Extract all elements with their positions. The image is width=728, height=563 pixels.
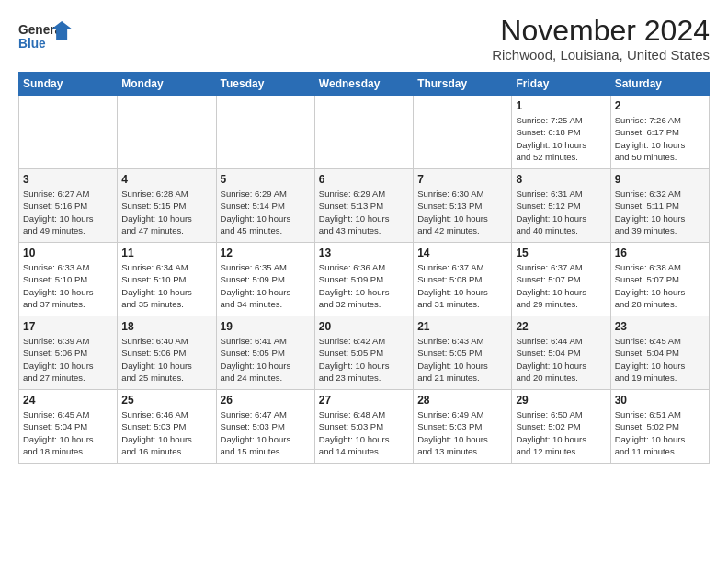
title-block: November 2024 Richwood, Louisiana, Unite… xyxy=(492,15,710,63)
day-number: 23 xyxy=(615,320,705,333)
day-number: 7 xyxy=(417,173,507,186)
calendar-cell-w5-d2: 26Sunrise: 6:47 AMSunset: 5:03 PMDayligh… xyxy=(216,390,314,464)
week-row-5: 24Sunrise: 6:45 AMSunset: 5:04 PMDayligh… xyxy=(19,390,710,464)
day-number: 21 xyxy=(417,320,507,333)
calendar-cell-w2-d3: 6Sunrise: 6:29 AMSunset: 5:13 PMDaylight… xyxy=(314,169,413,243)
calendar-cell-w3-d1: 11Sunrise: 6:34 AMSunset: 5:10 PMDayligh… xyxy=(118,243,216,316)
day-info: Sunrise: 6:37 AMSunset: 5:08 PMDaylight:… xyxy=(417,261,507,310)
day-info: Sunrise: 6:45 AMSunset: 5:04 PMDaylight:… xyxy=(615,335,705,384)
day-number: 6 xyxy=(319,173,409,186)
day-number: 25 xyxy=(121,394,211,407)
day-info: Sunrise: 6:32 AMSunset: 5:11 PMDaylight:… xyxy=(615,188,705,236)
day-number: 15 xyxy=(516,247,606,259)
day-number: 14 xyxy=(417,247,507,259)
day-number: 10 xyxy=(23,247,113,259)
week-row-3: 10Sunrise: 6:33 AMSunset: 5:10 PMDayligh… xyxy=(19,243,710,316)
calendar-cell-w2-d6: 9Sunrise: 6:32 AMSunset: 5:11 PMDaylight… xyxy=(610,169,709,243)
calendar-cell-w1-d5: 1Sunrise: 7:25 AMSunset: 6:18 PMDaylight… xyxy=(512,96,610,169)
day-info: Sunrise: 6:49 AMSunset: 5:03 PMDaylight:… xyxy=(417,408,507,457)
day-info: Sunrise: 6:39 AMSunset: 5:06 PMDaylight:… xyxy=(23,335,113,384)
logo-svg: General Blue xyxy=(18,15,74,61)
day-info: Sunrise: 6:48 AMSunset: 5:03 PMDaylight:… xyxy=(319,408,409,457)
day-info: Sunrise: 6:28 AMSunset: 5:15 PMDaylight:… xyxy=(121,188,211,236)
day-info: Sunrise: 6:41 AMSunset: 5:05 PMDaylight:… xyxy=(221,335,311,384)
day-number: 20 xyxy=(319,320,409,333)
svg-text:Blue: Blue xyxy=(18,37,46,51)
day-number: 16 xyxy=(615,247,705,259)
calendar-cell-w4-d4: 21Sunrise: 6:43 AMSunset: 5:05 PMDayligh… xyxy=(414,316,512,390)
day-info: Sunrise: 6:33 AMSunset: 5:10 PMDaylight:… xyxy=(23,261,113,310)
calendar-cell-w3-d0: 10Sunrise: 6:33 AMSunset: 5:10 PMDayligh… xyxy=(19,243,118,316)
calendar-cell-w5-d5: 29Sunrise: 6:50 AMSunset: 5:02 PMDayligh… xyxy=(512,390,610,464)
day-number: 12 xyxy=(221,247,311,259)
calendar-cell-w2-d1: 4Sunrise: 6:28 AMSunset: 5:15 PMDaylight… xyxy=(118,169,216,243)
day-info: Sunrise: 6:51 AMSunset: 5:02 PMDaylight:… xyxy=(615,408,705,457)
calendar-cell-w5-d3: 27Sunrise: 6:48 AMSunset: 5:03 PMDayligh… xyxy=(314,390,413,464)
calendar-cell-w3-d2: 12Sunrise: 6:35 AMSunset: 5:09 PMDayligh… xyxy=(216,243,314,316)
day-number: 13 xyxy=(319,247,409,259)
day-number: 4 xyxy=(121,173,211,186)
day-number: 1 xyxy=(516,99,606,112)
location-subtitle: Richwood, Louisiana, United States xyxy=(492,47,710,63)
day-info: Sunrise: 6:31 AMSunset: 5:12 PMDaylight:… xyxy=(516,188,606,236)
calendar-table: Sunday Monday Tuesday Wednesday Thursday… xyxy=(18,72,710,464)
day-number: 24 xyxy=(23,394,113,407)
calendar-cell-w5-d1: 25Sunrise: 6:46 AMSunset: 5:03 PMDayligh… xyxy=(118,390,216,464)
page-container: General Blue November 2024 Richwood, Lou… xyxy=(0,0,728,473)
day-info: Sunrise: 6:38 AMSunset: 5:07 PMDaylight:… xyxy=(615,261,705,310)
month-year-title: November 2024 xyxy=(492,15,710,47)
calendar-cell-w1-d0 xyxy=(19,96,118,169)
calendar-cell-w2-d2: 5Sunrise: 6:29 AMSunset: 5:14 PMDaylight… xyxy=(216,169,314,243)
header-saturday: Saturday xyxy=(610,73,709,96)
calendar-cell-w4-d6: 23Sunrise: 6:45 AMSunset: 5:04 PMDayligh… xyxy=(610,316,709,390)
calendar-cell-w4-d0: 17Sunrise: 6:39 AMSunset: 5:06 PMDayligh… xyxy=(19,316,118,390)
day-info: Sunrise: 6:29 AMSunset: 5:14 PMDaylight:… xyxy=(221,188,311,236)
day-number: 9 xyxy=(615,173,705,186)
day-info: Sunrise: 6:36 AMSunset: 5:09 PMDaylight:… xyxy=(319,261,409,310)
page-header: General Blue November 2024 Richwood, Lou… xyxy=(18,15,710,63)
day-number: 22 xyxy=(516,320,606,333)
day-number: 8 xyxy=(516,173,606,186)
calendar-cell-w3-d3: 13Sunrise: 6:36 AMSunset: 5:09 PMDayligh… xyxy=(314,243,413,316)
header-friday: Friday xyxy=(512,73,610,96)
day-number: 5 xyxy=(221,173,311,186)
calendar-cell-w2-d4: 7Sunrise: 6:30 AMSunset: 5:13 PMDaylight… xyxy=(414,169,512,243)
day-info: Sunrise: 6:37 AMSunset: 5:07 PMDaylight:… xyxy=(516,261,606,310)
header-wednesday: Wednesday xyxy=(314,73,413,96)
calendar-cell-w1-d4 xyxy=(414,96,512,169)
day-number: 27 xyxy=(319,394,409,407)
day-info: Sunrise: 6:34 AMSunset: 5:10 PMDaylight:… xyxy=(121,261,211,310)
calendar-cell-w4-d2: 19Sunrise: 6:41 AMSunset: 5:05 PMDayligh… xyxy=(216,316,314,390)
calendar-cell-w3-d6: 16Sunrise: 6:38 AMSunset: 5:07 PMDayligh… xyxy=(610,243,709,316)
header-monday: Monday xyxy=(118,73,216,96)
day-number: 3 xyxy=(23,173,113,186)
header-sunday: Sunday xyxy=(19,73,118,96)
calendar-cell-w5-d0: 24Sunrise: 6:45 AMSunset: 5:04 PMDayligh… xyxy=(19,390,118,464)
day-info: Sunrise: 6:46 AMSunset: 5:03 PMDaylight:… xyxy=(121,408,211,457)
header-thursday: Thursday xyxy=(414,73,512,96)
calendar-cell-w1-d2 xyxy=(216,96,314,169)
day-number: 26 xyxy=(221,394,311,407)
day-info: Sunrise: 6:35 AMSunset: 5:09 PMDaylight:… xyxy=(221,261,311,310)
day-number: 17 xyxy=(23,320,113,333)
day-number: 2 xyxy=(615,99,705,112)
calendar-cell-w4-d1: 18Sunrise: 6:40 AMSunset: 5:06 PMDayligh… xyxy=(118,316,216,390)
day-number: 29 xyxy=(516,394,606,407)
day-info: Sunrise: 6:29 AMSunset: 5:13 PMDaylight:… xyxy=(319,188,409,236)
calendar-cell-w5-d4: 28Sunrise: 6:49 AMSunset: 5:03 PMDayligh… xyxy=(414,390,512,464)
calendar-cell-w4-d5: 22Sunrise: 6:44 AMSunset: 5:04 PMDayligh… xyxy=(512,316,610,390)
day-info: Sunrise: 7:25 AMSunset: 6:18 PMDaylight:… xyxy=(516,114,606,163)
week-row-1: 1Sunrise: 7:25 AMSunset: 6:18 PMDaylight… xyxy=(19,96,710,169)
day-info: Sunrise: 6:40 AMSunset: 5:06 PMDaylight:… xyxy=(121,335,211,384)
day-number: 28 xyxy=(417,394,507,407)
header-tuesday: Tuesday xyxy=(216,73,314,96)
week-row-4: 17Sunrise: 6:39 AMSunset: 5:06 PMDayligh… xyxy=(19,316,710,390)
calendar-cell-w3-d5: 15Sunrise: 6:37 AMSunset: 5:07 PMDayligh… xyxy=(512,243,610,316)
week-row-2: 3Sunrise: 6:27 AMSunset: 5:16 PMDaylight… xyxy=(19,169,710,243)
calendar-cell-w1-d1 xyxy=(118,96,216,169)
calendar-cell-w4-d3: 20Sunrise: 6:42 AMSunset: 5:05 PMDayligh… xyxy=(314,316,413,390)
day-info: Sunrise: 6:44 AMSunset: 5:04 PMDaylight:… xyxy=(516,335,606,384)
day-info: Sunrise: 7:26 AMSunset: 6:17 PMDaylight:… xyxy=(615,114,705,163)
day-number: 18 xyxy=(121,320,211,333)
day-number: 30 xyxy=(615,394,705,407)
